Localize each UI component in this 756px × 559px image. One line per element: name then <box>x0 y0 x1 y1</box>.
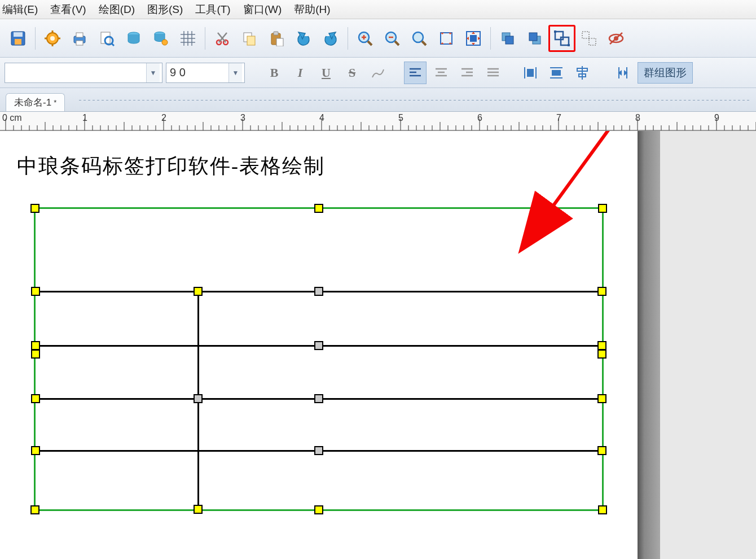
main-toolbar <box>0 19 756 58</box>
ungroup-button[interactable] <box>575 25 603 52</box>
svg-point-17 <box>162 40 168 45</box>
text-style-icon <box>371 67 385 78</box>
print-icon <box>72 30 87 46</box>
hl1-right[interactable] <box>597 287 606 296</box>
vl-mid[interactable] <box>194 394 203 403</box>
print-button[interactable] <box>66 25 93 52</box>
distribute-h-icon <box>523 66 538 80</box>
grid-button[interactable] <box>174 25 201 52</box>
svg-text:3: 3 <box>240 113 245 123</box>
fit-page-button[interactable] <box>433 25 460 52</box>
handle-bl[interactable] <box>30 505 39 514</box>
settings-button[interactable] <box>39 25 66 52</box>
handle-tr[interactable] <box>598 204 607 213</box>
font-size-input[interactable] <box>166 63 228 82</box>
hl2-right[interactable] <box>597 341 606 350</box>
menu-draw[interactable]: 绘图(D) <box>99 2 135 17</box>
menu-window[interactable]: 窗口(W) <box>243 2 282 17</box>
save-button[interactable] <box>5 25 32 52</box>
send-back-button[interactable] <box>521 25 548 52</box>
svg-rect-46 <box>506 36 513 44</box>
fit-page-icon <box>438 30 454 46</box>
text-style-button[interactable] <box>367 62 389 84</box>
hl4-left[interactable] <box>31 446 40 455</box>
spacing-icon <box>616 66 630 80</box>
tab-modified-indicator: * <box>54 98 56 107</box>
zoom-in-icon <box>357 30 373 46</box>
menu-edit[interactable]: 编辑(E) <box>2 2 38 17</box>
italic-button[interactable]: I <box>289 62 311 84</box>
font-family-combo[interactable]: ▼ <box>5 63 162 83</box>
zoom-in-button[interactable] <box>351 25 379 52</box>
hl3-right[interactable] <box>597 394 606 403</box>
redo-button[interactable] <box>317 25 344 52</box>
handle-bm[interactable] <box>314 505 323 514</box>
tab-document-1[interactable]: 未命名-1 * <box>6 93 65 111</box>
handle-tl[interactable] <box>30 204 39 213</box>
print-preview-button[interactable] <box>93 25 120 52</box>
hl4-mid[interactable] <box>314 446 323 455</box>
hl3-mid[interactable] <box>314 394 323 403</box>
paste-button[interactable] <box>263 25 290 52</box>
align-justify-button[interactable] <box>482 62 504 84</box>
align-center-button[interactable] <box>430 62 452 84</box>
database-setup-button[interactable] <box>147 25 174 52</box>
menu-tool[interactable]: 工具(T) <box>195 2 230 17</box>
hl3-left[interactable] <box>31 394 40 403</box>
fit-window-button[interactable] <box>460 25 487 52</box>
zoom-icon <box>411 30 427 46</box>
spacing-button[interactable] <box>612 62 634 84</box>
hl1-mid[interactable] <box>314 287 323 296</box>
distribute-v-button[interactable] <box>545 62 568 84</box>
gear-icon <box>45 30 60 46</box>
hl2-mid[interactable] <box>314 341 323 350</box>
hl4-right[interactable] <box>597 446 606 455</box>
canvas-area[interactable]: 中琅条码标签打印软件-表格绘制 <box>0 131 756 559</box>
handle-tm[interactable] <box>314 204 323 213</box>
zoom-button[interactable] <box>406 25 433 52</box>
hl2-right-b[interactable] <box>597 350 606 359</box>
zoom-out-button[interactable] <box>379 25 406 52</box>
font-family-input[interactable] <box>5 63 146 82</box>
page[interactable]: 中琅条码标签打印软件-表格绘制 <box>0 131 638 559</box>
menu-view[interactable]: 查看(V) <box>50 2 86 17</box>
menu-shape[interactable]: 图形(S) <box>147 2 183 17</box>
copy-button[interactable] <box>236 25 263 52</box>
handle-br[interactable] <box>598 505 607 514</box>
chevron-down-icon[interactable]: ▼ <box>228 63 242 82</box>
visibility-button[interactable] <box>603 25 630 52</box>
undo-button[interactable] <box>290 25 317 52</box>
bold-button[interactable]: B <box>263 62 285 84</box>
svg-rect-11 <box>76 41 83 45</box>
font-size-combo[interactable]: ▼ <box>166 63 245 83</box>
hl2-left[interactable] <box>31 341 40 350</box>
page-title-text[interactable]: 中琅条码标签打印软件-表格绘制 <box>17 152 325 180</box>
group-shapes-label[interactable]: 群组图形 <box>638 62 693 84</box>
menu-help[interactable]: 帮助(H) <box>294 2 330 17</box>
svg-rect-76 <box>552 71 560 72</box>
vl-bot[interactable] <box>194 505 203 514</box>
ungroup-icon <box>581 30 597 47</box>
eye-off-icon <box>608 30 625 46</box>
cut-button[interactable] <box>209 25 236 52</box>
vl-top[interactable] <box>194 287 203 296</box>
svg-text:1: 1 <box>82 113 87 123</box>
svg-rect-72 <box>528 69 530 76</box>
underline-button[interactable]: U <box>315 62 337 84</box>
preview-icon <box>99 30 115 46</box>
align-left-button[interactable] <box>404 62 427 84</box>
align-objects-button[interactable] <box>571 62 594 84</box>
strikethrough-button[interactable]: S <box>341 62 363 84</box>
chevron-down-icon[interactable]: ▼ <box>146 63 160 82</box>
bring-front-button[interactable] <box>494 25 521 52</box>
hl2-left-b[interactable] <box>31 350 40 359</box>
group-button[interactable] <box>548 25 575 52</box>
align-right-button[interactable] <box>456 62 478 84</box>
database-button[interactable] <box>120 25 147 52</box>
hl1-left[interactable] <box>31 287 40 296</box>
table-graphic[interactable] <box>34 207 604 511</box>
outer-rectangle[interactable] <box>34 207 604 511</box>
distribute-h-button[interactable] <box>519 62 542 84</box>
tab-label: 未命名-1 <box>14 96 51 109</box>
save-icon <box>10 30 26 46</box>
